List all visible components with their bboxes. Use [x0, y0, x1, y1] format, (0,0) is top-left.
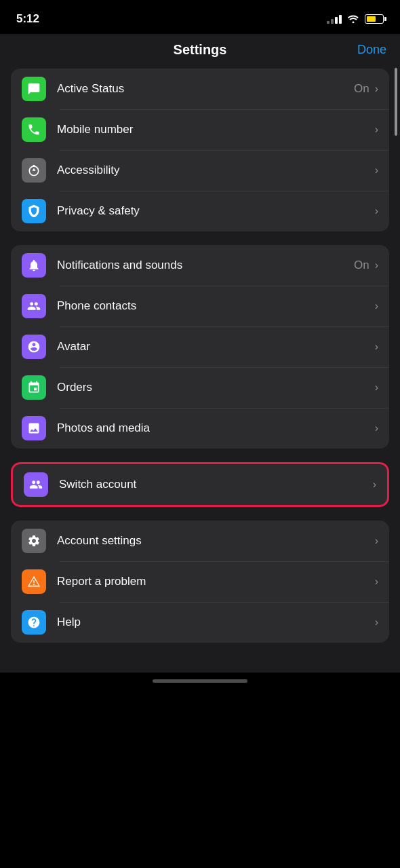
notifications-sounds-chevron: › — [375, 259, 378, 271]
scroll-thumb — [395, 68, 397, 136]
accessibility-icon — [22, 158, 46, 183]
mobile-number-label: Mobile number — [57, 123, 375, 136]
accessibility-item[interactable]: Accessibility › — [11, 150, 389, 191]
home-indicator — [0, 673, 400, 687]
wifi-icon — [347, 14, 359, 25]
settings-group-4: Account settings › Report a problem › — [11, 521, 389, 643]
avatar-label: Avatar — [57, 340, 375, 354]
phone-contacts-icon — [22, 294, 46, 318]
active-status-label: Active Status — [57, 82, 354, 96]
status-icons — [327, 14, 384, 25]
signal-icon — [327, 14, 342, 24]
mobile-number-chevron: › — [375, 124, 378, 136]
orders-icon — [22, 375, 46, 400]
avatar-item[interactable]: Avatar › — [11, 326, 389, 367]
notifications-sounds-icon — [22, 253, 46, 278]
settings-content: Active Status On › Mobile number › — [0, 69, 400, 673]
orders-item[interactable]: Orders › — [11, 367, 389, 408]
accessibility-label: Accessibility — [57, 164, 375, 177]
phone-contacts-chevron: › — [375, 300, 378, 312]
accessibility-chevron: › — [375, 164, 378, 176]
status-time: 5:12 — [16, 12, 39, 26]
report-problem-icon — [22, 569, 46, 594]
orders-label: Orders — [57, 381, 375, 394]
battery-icon — [365, 14, 384, 24]
photos-media-label: Photos and media — [57, 421, 375, 435]
mobile-number-icon — [22, 117, 46, 142]
active-status-icon — [22, 77, 46, 101]
switch-account-group: Switch account › — [11, 462, 389, 507]
account-settings-item[interactable]: Account settings › — [11, 521, 389, 561]
active-status-chevron: › — [375, 83, 378, 95]
status-bar: 5:12 — [0, 0, 400, 34]
active-status-item[interactable]: Active Status On › — [11, 69, 389, 109]
privacy-safety-label: Privacy & safety — [57, 204, 375, 218]
photos-media-icon — [22, 416, 46, 440]
mobile-number-item[interactable]: Mobile number › — [11, 109, 389, 150]
phone-contacts-item[interactable]: Phone contacts › — [11, 286, 389, 326]
notifications-sounds-item[interactable]: Notifications and sounds On › — [11, 245, 389, 286]
account-settings-label: Account settings — [57, 534, 375, 548]
settings-header: Settings Done — [0, 34, 400, 69]
privacy-safety-chevron: › — [375, 205, 378, 217]
help-chevron: › — [375, 616, 378, 628]
notifications-sounds-label: Notifications and sounds — [57, 259, 354, 272]
avatar-icon — [22, 335, 46, 359]
notifications-sounds-value: On — [354, 259, 369, 272]
privacy-safety-icon — [22, 199, 46, 223]
account-settings-chevron: › — [375, 535, 378, 547]
switch-account-item[interactable]: Switch account › — [13, 464, 387, 505]
report-problem-label: Report a problem — [57, 575, 375, 588]
photos-media-chevron: › — [375, 422, 378, 434]
active-status-value: On — [354, 82, 369, 96]
report-problem-chevron: › — [375, 575, 378, 588]
help-item[interactable]: Help › — [11, 602, 389, 643]
switch-account-label: Switch account — [59, 478, 373, 491]
orders-chevron: › — [375, 381, 378, 394]
home-bar — [153, 679, 247, 683]
photos-media-item[interactable]: Photos and media › — [11, 408, 389, 449]
privacy-safety-item[interactable]: Privacy & safety › — [11, 191, 389, 231]
page-title: Settings — [174, 42, 227, 58]
switch-account-icon — [24, 472, 48, 497]
switch-account-chevron: › — [373, 478, 376, 491]
report-problem-item[interactable]: Report a problem › — [11, 561, 389, 602]
settings-group-2: Notifications and sounds On › Phone cont… — [11, 245, 389, 449]
scroll-track — [395, 68, 397, 543]
account-settings-icon — [22, 529, 46, 553]
settings-group-1: Active Status On › Mobile number › — [11, 69, 389, 231]
done-button[interactable]: Done — [357, 43, 386, 57]
phone-contacts-label: Phone contacts — [57, 299, 375, 313]
help-icon — [22, 610, 46, 635]
help-label: Help — [57, 616, 375, 629]
avatar-chevron: › — [375, 341, 378, 353]
